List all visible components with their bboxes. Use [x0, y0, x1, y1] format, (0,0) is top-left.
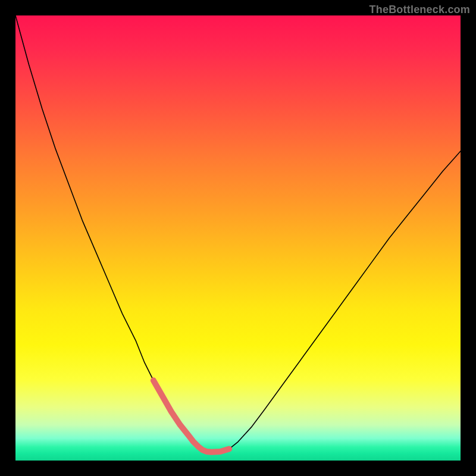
chart-frame: TheBottleneck.com [0, 0, 476, 476]
watermark-label: TheBottleneck.com [369, 4, 470, 16]
curve-layer [15, 15, 461, 461]
bottleneck-curve [15, 15, 461, 452]
chart-plot-area [15, 15, 461, 461]
bottleneck-highlight [154, 380, 229, 452]
